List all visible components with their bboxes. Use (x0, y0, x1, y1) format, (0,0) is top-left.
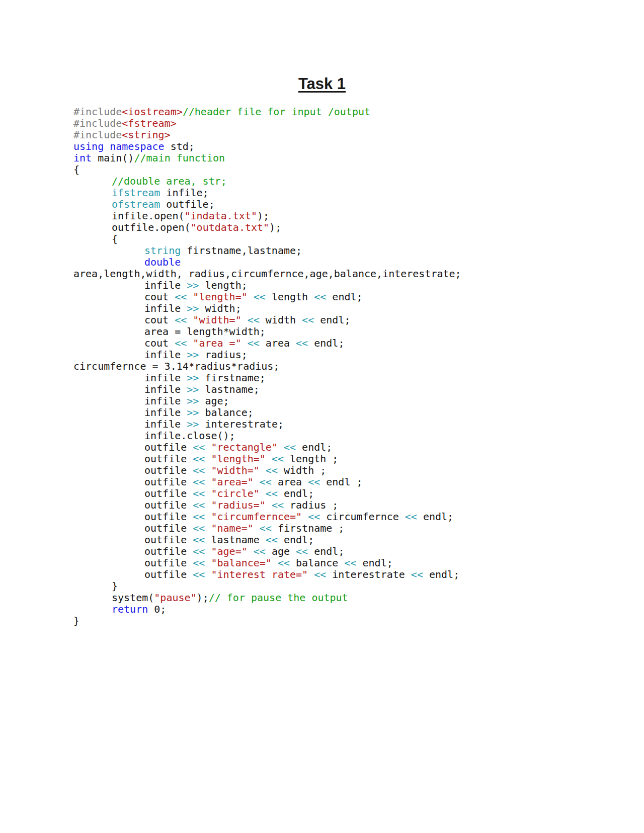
code-line: #include<string> (73, 129, 634, 141)
token-preprocessor: #include (73, 117, 122, 129)
token-plain: endl; (308, 337, 344, 349)
token-plain: infile (144, 349, 187, 361)
token-operator: << (193, 476, 205, 488)
token-plain: firstname ; (272, 522, 345, 534)
token-plain: outfile (144, 568, 193, 580)
code-line: outfile << "circumfernce=" << circumfern… (73, 511, 634, 523)
token-plain (248, 291, 254, 303)
token-plain (205, 557, 211, 569)
token-operator: << (193, 453, 205, 465)
code-line: int main()//main function (73, 152, 634, 164)
token-plain: infile (144, 406, 187, 419)
token-plain: endl; (417, 511, 453, 523)
token-plain: } (112, 580, 118, 592)
token-plain: width (260, 314, 302, 326)
token-plain: endl; (278, 534, 314, 546)
token-plain: age; (199, 395, 229, 407)
token-plain (205, 487, 211, 499)
code-line: infile >> age; (73, 395, 634, 407)
token-operator: << (175, 291, 187, 303)
token-plain (260, 464, 266, 476)
code-line: system("pause");// for pause the output (73, 592, 634, 604)
token-plain: infile (144, 418, 187, 430)
token-plain: lastname; (199, 383, 259, 395)
code-line: circumfernce = 3.14*radius*radius; (73, 361, 634, 372)
code-line: infile >> interestrate; (73, 419, 634, 430)
token-plain: 0; (148, 603, 166, 615)
token-operator: << (266, 534, 278, 546)
code-line: } (73, 615, 634, 627)
token-comment: // for pause the output (209, 592, 348, 604)
token-plain: infile.close(); (144, 430, 235, 442)
token-keyword: int (73, 152, 92, 164)
token-plain: area (260, 337, 296, 349)
token-plain (242, 314, 248, 326)
token-plain: age (266, 545, 296, 557)
token-operator: << (193, 441, 205, 453)
token-plain: radius; (199, 349, 247, 361)
token-string: "radius=" (211, 499, 265, 511)
code-line: cout << "length=" << length << endl; (73, 291, 634, 303)
token-plain: outfile (144, 522, 193, 534)
token-operator: << (260, 476, 272, 488)
token-plain: { (73, 163, 79, 176)
token-plain: radius ; (284, 499, 338, 511)
token-plain: outfile (144, 511, 193, 523)
token-plain (254, 476, 260, 488)
token-operator: << (411, 568, 423, 580)
token-operator: << (284, 441, 296, 453)
code-line: outfile << "length=" << length ; (73, 453, 634, 465)
token-operator: << (308, 511, 320, 523)
token-plain (205, 545, 211, 557)
code-line: infile >> length; (73, 280, 634, 291)
token-plain: endl; (278, 487, 314, 499)
token-plain: infile; (160, 187, 208, 199)
token-operator: << (175, 337, 187, 349)
token-operator: << (254, 291, 266, 303)
token-plain: outfile (144, 499, 193, 511)
code-line: outfile << "width=" << width ; (73, 465, 634, 476)
token-keyword: double (144, 256, 181, 268)
token-plain (205, 522, 211, 534)
token-type: ifstream (112, 187, 160, 199)
token-plain (205, 499, 211, 511)
token-operator: << (193, 511, 205, 523)
token-header-name: <fstream> (122, 117, 176, 129)
token-string: "area =" (193, 337, 241, 349)
token-string: "area=" (211, 476, 253, 488)
code-line: ofstream outfile; (73, 199, 634, 210)
token-plain: area,length,width, radius,circumfernce,a… (73, 268, 461, 280)
token-header-name: <string> (122, 129, 170, 141)
token-plain: firstname,lastname; (181, 244, 302, 257)
token-plain (272, 557, 278, 569)
token-plain (205, 476, 211, 488)
document-page: Task 1 #include<iostream>//header file f… (0, 0, 644, 833)
token-plain: ); (257, 210, 269, 222)
token-operator: >> (187, 406, 199, 419)
code-line: outfile << "radius=" << radius ; (73, 499, 634, 511)
code-line: outfile << "interest rate=" << interestr… (73, 569, 634, 580)
token-operator: >> (187, 395, 199, 407)
token-type: ofstream (112, 198, 160, 210)
token-plain: outfile (144, 476, 193, 488)
code-line: infile.close(); (73, 430, 634, 442)
token-plain (187, 291, 193, 303)
token-comment: //header file for input /output (183, 106, 370, 118)
code-line: outfile << "circle" << endl; (73, 488, 634, 499)
code-line: ifstream infile; (73, 187, 634, 199)
token-plain: } (73, 615, 79, 627)
token-plain: outfile (144, 557, 193, 569)
token-plain: endl; (296, 441, 332, 453)
token-operator: << (193, 557, 205, 569)
token-operator: << (278, 557, 290, 569)
token-operator: << (272, 499, 284, 511)
token-string: "width=" (193, 314, 241, 326)
token-string: "age=" (211, 545, 247, 557)
token-plain: endl; (308, 545, 344, 557)
token-operator: >> (187, 383, 199, 395)
token-operator: << (193, 568, 205, 580)
code-line: area,length,width, radius,circumfernce,a… (73, 268, 634, 280)
token-plain: infile (144, 372, 187, 384)
token-plain: infile (144, 279, 187, 291)
token-type: string (144, 244, 181, 257)
